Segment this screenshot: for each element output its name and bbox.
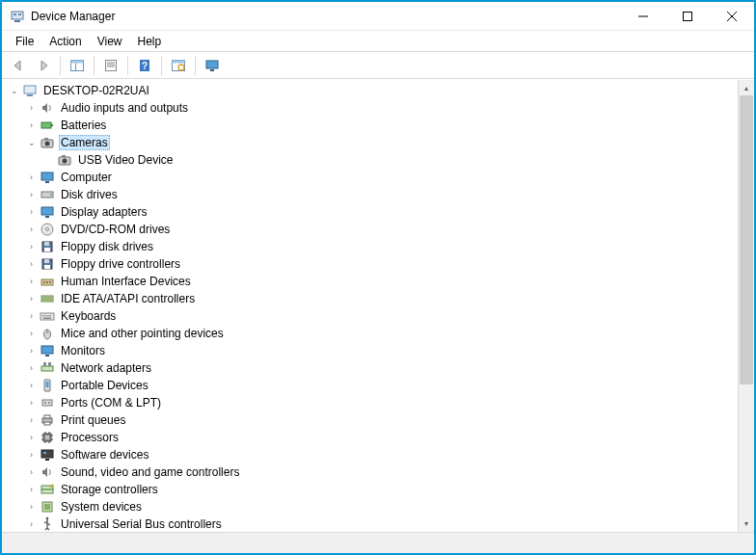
svg-point-39 bbox=[46, 228, 49, 231]
tree-item-label: Monitors bbox=[59, 344, 107, 357]
tree-category[interactable]: ›Processors bbox=[4, 429, 738, 446]
svg-rect-5 bbox=[684, 12, 692, 20]
tree-category[interactable]: ›System devices bbox=[4, 498, 738, 515]
svg-rect-41 bbox=[44, 242, 49, 246]
tree-category[interactable]: ›IDE ATA/ATAPI controllers bbox=[4, 290, 738, 307]
tree-item-label: Sound, video and game controllers bbox=[59, 465, 241, 479]
toolbar-separator bbox=[94, 56, 94, 75]
svg-rect-23 bbox=[27, 94, 33, 96]
expand-icon[interactable]: › bbox=[25, 484, 38, 496]
expand-icon[interactable]: › bbox=[25, 102, 38, 115]
tree-category[interactable]: ›Batteries bbox=[4, 117, 738, 134]
back-button[interactable] bbox=[7, 55, 30, 76]
svg-rect-71 bbox=[42, 400, 52, 406]
titlebar[interactable]: Device Manager bbox=[2, 2, 754, 31]
expand-icon[interactable]: › bbox=[25, 380, 38, 392]
svg-point-30 bbox=[63, 159, 68, 164]
forward-button[interactable] bbox=[32, 55, 55, 76]
help-button[interactable]: ? bbox=[133, 55, 156, 76]
expand-icon[interactable]: ⌄ bbox=[25, 137, 38, 149]
menu-view[interactable]: View bbox=[90, 33, 130, 50]
expand-icon[interactable]: › bbox=[25, 345, 38, 357]
tree-category[interactable]: ›Keyboards bbox=[4, 307, 738, 325]
tree-category[interactable]: ⌄Cameras bbox=[4, 134, 738, 151]
content-area: ⌄DESKTOP-02R2UAI›Audio inputs and output… bbox=[2, 79, 754, 532]
scan-hardware-button[interactable] bbox=[167, 55, 190, 76]
menubar: File Action View Help bbox=[2, 31, 754, 52]
expand-icon[interactable]: › bbox=[25, 518, 38, 531]
expand-icon[interactable]: › bbox=[25, 501, 38, 514]
tree-category[interactable]: ›Floppy disk drives bbox=[4, 238, 738, 255]
tree-category[interactable]: ›Floppy drive controllers bbox=[4, 255, 738, 273]
expand-icon[interactable]: › bbox=[25, 432, 38, 444]
tree-category[interactable]: ›Network adapters bbox=[4, 359, 738, 377]
scroll-down-arrow[interactable]: ▾ bbox=[739, 515, 754, 532]
expand-icon[interactable]: › bbox=[25, 206, 38, 219]
scroll-up-arrow[interactable]: ▴ bbox=[739, 80, 754, 96]
tree-root[interactable]: ⌄DESKTOP-02R2UAI bbox=[4, 82, 738, 99]
expand-icon[interactable]: › bbox=[25, 241, 38, 253]
monitor-button[interactable] bbox=[201, 55, 224, 76]
minimize-button[interactable] bbox=[621, 2, 665, 31]
tree-item-label: Disk drives bbox=[59, 188, 120, 201]
expand-icon[interactable]: › bbox=[25, 293, 38, 305]
network-icon bbox=[40, 360, 55, 376]
tree-item-label: Ports (COM & LPT) bbox=[59, 396, 163, 410]
tree-category[interactable]: ›Print queues bbox=[4, 411, 738, 429]
tree-category[interactable]: ›Mice and other pointing devices bbox=[4, 325, 738, 342]
expand-icon[interactable]: › bbox=[25, 119, 38, 132]
tree-category[interactable]: ›Software devices bbox=[4, 446, 738, 463]
svg-rect-20 bbox=[206, 61, 218, 68]
svg-rect-66 bbox=[41, 366, 53, 371]
menu-action[interactable]: Action bbox=[41, 33, 89, 50]
tree-category[interactable]: ›DVD/CD-ROM drives bbox=[4, 221, 738, 238]
tree-category[interactable]: ›Display adapters bbox=[4, 203, 738, 221]
expand-icon[interactable]: › bbox=[25, 276, 38, 288]
app-icon bbox=[10, 9, 25, 24]
tree-device[interactable]: USB Video Device bbox=[4, 151, 738, 169]
maximize-button[interactable] bbox=[665, 2, 710, 31]
expand-icon[interactable]: › bbox=[25, 449, 38, 462]
expand-icon[interactable]: › bbox=[25, 172, 38, 184]
expand-icon[interactable]: › bbox=[25, 310, 38, 323]
tree-category[interactable]: ›Sound, video and game controllers bbox=[4, 463, 738, 481]
tree-category[interactable]: ›Monitors bbox=[4, 342, 738, 359]
properties-button[interactable] bbox=[99, 55, 122, 76]
vertical-scrollbar[interactable]: ▴ ▾ bbox=[738, 80, 754, 532]
device-tree[interactable]: ⌄DESKTOP-02R2UAI›Audio inputs and output… bbox=[2, 80, 738, 532]
expand-icon[interactable]: › bbox=[25, 362, 38, 375]
battery-icon bbox=[40, 118, 55, 133]
tree-item-label: IDE ATA/ATAPI controllers bbox=[59, 292, 197, 305]
tree-category[interactable]: ›Computer bbox=[4, 169, 738, 186]
tree-category[interactable]: ›Universal Serial Bus controllers bbox=[4, 515, 738, 532]
tree-category[interactable]: ›Audio inputs and outputs bbox=[4, 99, 738, 117]
floppy-icon bbox=[40, 256, 55, 272]
menu-file[interactable]: File bbox=[8, 33, 41, 50]
portable-icon bbox=[40, 378, 55, 393]
svg-rect-75 bbox=[44, 415, 50, 418]
expand-icon[interactable]: › bbox=[25, 397, 38, 410]
expand-icon[interactable]: ⌄ bbox=[8, 85, 20, 97]
expand-icon[interactable]: › bbox=[25, 189, 38, 201]
show-hide-tree-button[interactable] bbox=[66, 55, 89, 76]
expand-icon[interactable]: › bbox=[25, 258, 38, 271]
expand-icon[interactable]: › bbox=[25, 224, 38, 236]
tree-category[interactable]: ›Disk drives bbox=[4, 186, 738, 203]
storage-icon bbox=[40, 482, 55, 497]
close-button[interactable] bbox=[710, 2, 754, 31]
expand-icon[interactable]: › bbox=[25, 414, 38, 427]
svg-text:?: ? bbox=[142, 61, 148, 71]
tree-category[interactable]: ›Portable Devices bbox=[4, 377, 738, 394]
svg-rect-93 bbox=[44, 504, 50, 510]
svg-rect-11 bbox=[106, 60, 117, 70]
expand-icon[interactable]: › bbox=[25, 466, 38, 479]
expand-icon[interactable]: › bbox=[25, 328, 38, 340]
scroll-thumb[interactable] bbox=[740, 95, 753, 384]
tree-category[interactable]: ›Storage controllers bbox=[4, 481, 738, 498]
menu-help[interactable]: Help bbox=[130, 33, 170, 50]
tree-category[interactable]: ›Ports (COM & LPT) bbox=[4, 394, 738, 411]
tree-item-label: USB Video Device bbox=[76, 153, 176, 167]
svg-rect-61 bbox=[43, 318, 51, 320]
tree-category[interactable]: ›Human Interface Devices bbox=[4, 273, 738, 290]
svg-rect-88 bbox=[45, 459, 49, 461]
